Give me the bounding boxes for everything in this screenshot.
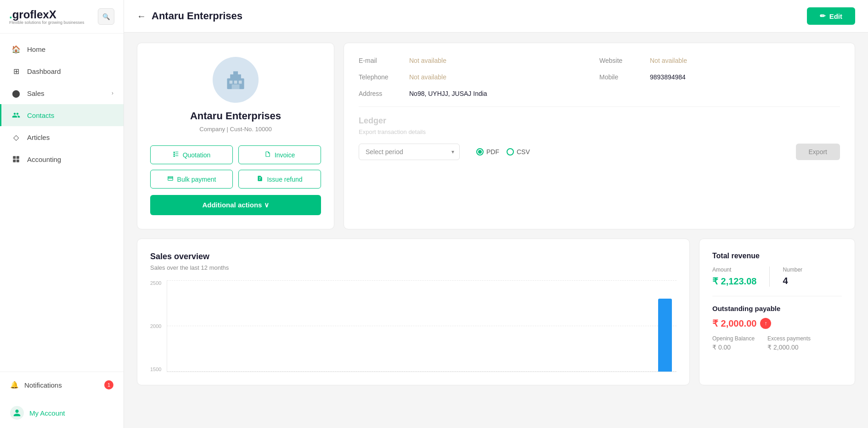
issue-refund-button[interactable]: Issue refund xyxy=(238,170,321,189)
number-label: Number xyxy=(783,267,802,273)
divider xyxy=(359,106,840,107)
company-name: Antaru Enterprises xyxy=(190,110,281,122)
sidebar-item-label: Contacts xyxy=(27,111,54,119)
revenue-row: Amount ₹ 2,123.08 Number 4 xyxy=(712,267,842,287)
notification-badge: 1 xyxy=(104,380,113,389)
invoice-button[interactable]: Invoice xyxy=(238,145,321,164)
avatar xyxy=(10,406,24,420)
ledger-subtitle: Export transaction details xyxy=(359,128,840,135)
export-button[interactable]: Export xyxy=(796,144,840,160)
sidebar-item-dashboard[interactable]: ⊞ Dashboard xyxy=(0,60,124,82)
telephone-label: Telephone xyxy=(359,73,400,81)
mobile-label: Mobile xyxy=(599,73,641,81)
bulk-payment-button[interactable]: Bulk payment xyxy=(150,170,233,189)
website-row: Website Not available xyxy=(599,57,840,64)
home-icon: 🏠 xyxy=(11,44,21,54)
csv-format-option[interactable]: CSV xyxy=(507,148,530,156)
address-label: Address xyxy=(359,90,400,97)
quotation-icon xyxy=(173,151,179,159)
back-button[interactable]: ← xyxy=(137,11,146,22)
revenue-divider xyxy=(712,296,842,296)
opening-balance-col: Opening Balance ₹ 0.00 xyxy=(712,335,755,351)
quotation-label: Quotation xyxy=(183,151,211,159)
mobile-row: Mobile 9893894984 xyxy=(599,73,840,81)
search-button[interactable]: 🔍 xyxy=(98,8,114,25)
export-format: PDF CSV xyxy=(476,148,530,156)
svg-rect-14 xyxy=(175,152,178,152)
bulk-payment-label: Bulk payment xyxy=(177,176,216,183)
pdf-radio[interactable] xyxy=(476,148,484,156)
trend-up-icon: ↑ xyxy=(760,318,771,329)
revenue-card: Total revenue Amount ₹ 2,123.08 Number 4… xyxy=(699,239,855,385)
bottom-section: Sales overview Sales over the last 12 mo… xyxy=(137,239,855,385)
notifications-item[interactable]: 🔔 Notifications 1 xyxy=(0,372,124,398)
sidebar-item-sales[interactable]: ⬤ Sales › xyxy=(0,82,124,104)
chart-area: 2500 2000 1500 xyxy=(150,280,676,372)
top-bar: ← Antaru Enterprises ✏ Edit xyxy=(124,0,868,33)
nav-menu: 🏠 Home ⊞ Dashboard ⬤ Sales › Contacts ◇ … xyxy=(0,33,124,372)
my-account-label: My Account xyxy=(29,409,65,417)
main-content: ← Antaru Enterprises ✏ Edit xyxy=(124,0,868,428)
y-label-2500: 2500 xyxy=(150,280,161,286)
pdf-format-option[interactable]: PDF xyxy=(476,148,499,156)
sidebar-item-label: Dashboard xyxy=(27,67,61,75)
period-select[interactable]: Select period xyxy=(359,144,460,160)
sales-subtitle: Sales over the last 12 months xyxy=(150,264,676,271)
edit-button[interactable]: ✏ Edit xyxy=(807,7,855,25)
sales-overview-card: Sales overview Sales over the last 12 mo… xyxy=(137,239,690,385)
website-label: Website xyxy=(599,57,641,64)
profile-card: Antaru Enterprises Company | Cust-No. 10… xyxy=(137,43,334,229)
additional-actions-label: Additional actions ∨ xyxy=(202,201,269,209)
svg-rect-15 xyxy=(175,154,178,154)
sidebar-item-accounting[interactable]: Accounting xyxy=(0,148,124,170)
pdf-label: PDF xyxy=(486,148,499,156)
info-grid: E-mail Not available Telephone Not avail… xyxy=(359,57,840,97)
sidebar-item-contacts[interactable]: Contacts xyxy=(0,104,124,126)
articles-icon: ◇ xyxy=(11,133,21,142)
y-label-1500: 1500 xyxy=(150,367,161,372)
address-row: Address No98, UYHJJ, JUSAJ India xyxy=(359,90,599,97)
sidebar-item-home[interactable]: 🏠 Home xyxy=(0,38,124,60)
csv-radio[interactable] xyxy=(507,148,514,156)
total-revenue-title: Total revenue xyxy=(712,252,842,260)
contacts-icon xyxy=(11,111,21,120)
company-avatar xyxy=(213,57,259,103)
notifications-label: Notifications xyxy=(24,381,62,389)
excess-payments-value: ₹ 2,000.00 xyxy=(767,344,811,351)
action-buttons: Quotation Invoice Bulk payment xyxy=(150,145,321,189)
top-bar-left: ← Antaru Enterprises xyxy=(137,10,242,22)
info-group-left: E-mail Not available Telephone Not avail… xyxy=(359,57,599,97)
svg-rect-16 xyxy=(175,156,178,156)
svg-rect-3 xyxy=(17,160,19,162)
ledger-title: Ledger xyxy=(359,116,840,126)
additional-actions-button[interactable]: Additional actions ∨ xyxy=(150,195,321,215)
sidebar-item-articles[interactable]: ◇ Articles xyxy=(0,126,124,148)
edit-icon: ✏ xyxy=(820,12,826,20)
logo-area: .groflexX Flexible solutions for growing… xyxy=(0,0,124,33)
invoice-icon xyxy=(265,151,271,159)
telephone-value: Not available xyxy=(409,73,446,81)
svg-rect-11 xyxy=(173,152,175,153)
opening-balance-label: Opening Balance xyxy=(712,335,755,342)
email-value: Not available xyxy=(409,57,446,64)
sidebar-item-label: Home xyxy=(27,45,45,53)
sidebar-item-label: Sales xyxy=(27,89,45,97)
my-account-item[interactable]: My Account xyxy=(0,398,124,428)
email-label: E-mail xyxy=(359,57,400,64)
email-row: E-mail Not available xyxy=(359,57,599,64)
info-group-right: Website Not available Mobile 9893894984 xyxy=(599,57,840,97)
bell-icon: 🔔 xyxy=(10,381,19,389)
sidebar: .groflexX Flexible solutions for growing… xyxy=(0,0,124,428)
amount-col: Amount ₹ 2,123.08 xyxy=(712,267,756,287)
svg-rect-13 xyxy=(173,156,175,157)
chart-grid-area xyxy=(167,280,676,372)
svg-rect-6 xyxy=(233,71,238,75)
edit-label: Edit xyxy=(829,12,842,20)
chart-y-labels: 2500 2000 1500 xyxy=(150,280,165,372)
page-title: Antaru Enterprises xyxy=(152,10,242,22)
revenue-amount: ₹ 2,123.08 xyxy=(712,276,756,287)
dashboard-icon: ⊞ xyxy=(11,67,21,76)
sales-title: Sales overview xyxy=(150,252,676,261)
sales-icon: ⬤ xyxy=(11,89,21,98)
quotation-button[interactable]: Quotation xyxy=(150,145,233,164)
